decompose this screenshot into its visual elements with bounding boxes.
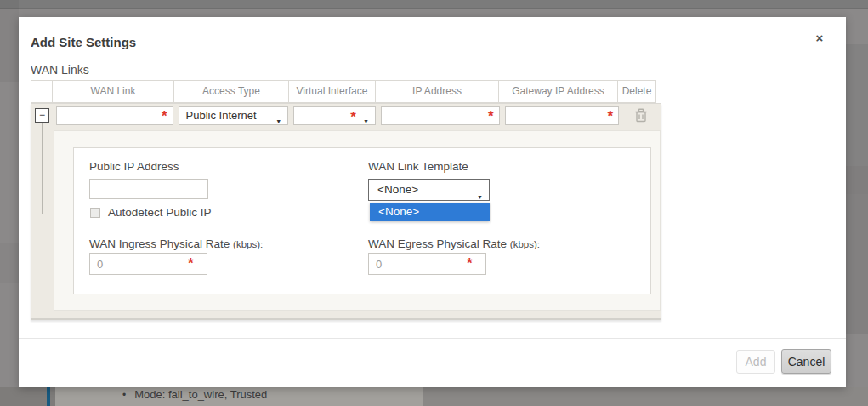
dialog-title: Add Site Settings bbox=[31, 35, 136, 49]
autodetect-public-ip-label: Autodetect Public IP bbox=[108, 206, 212, 219]
access-type-select[interactable]: Public Internet ▼ bbox=[179, 106, 289, 125]
background-overlay-patch bbox=[0, 243, 19, 283]
ingress-unit-text: (kbps): bbox=[233, 239, 263, 249]
add-site-settings-dialog: × Add Site Settings WAN Links WAN Link A… bbox=[19, 17, 846, 387]
wan-egress-rate-input[interactable] bbox=[368, 253, 486, 275]
public-ip-input[interactable] bbox=[89, 179, 208, 199]
tree-connector-line bbox=[42, 123, 43, 214]
background-overlay-patch bbox=[846, 44, 868, 166]
bullet-icon: • bbox=[122, 389, 126, 401]
header-ip-address: IP Address bbox=[375, 80, 499, 103]
wan-link-template-option-none[interactable]: <None> bbox=[370, 203, 490, 221]
cancel-button[interactable]: Cancel bbox=[781, 349, 831, 374]
wan-egress-rate-label: WAN Egress Physical Rate (kbps): bbox=[368, 237, 540, 250]
header-virtual-interface: Virtual Interface bbox=[288, 80, 376, 103]
chevron-down-icon: ▼ bbox=[275, 113, 281, 130]
table-header-row: WAN Link Access Type Virtual Interface I… bbox=[31, 80, 661, 103]
public-ip-label: Public IP Address bbox=[89, 160, 179, 173]
egress-unit-text: (kbps): bbox=[510, 239, 540, 249]
chevron-down-icon: ▼ bbox=[363, 113, 369, 130]
wan-ingress-rate-input[interactable] bbox=[89, 253, 207, 275]
virtual-interface-select[interactable]: * ▼ bbox=[293, 106, 376, 125]
mode-text: Mode: fail_to_wire, Trusted bbox=[134, 388, 267, 401]
background-overlay-patch bbox=[846, 166, 868, 194]
wan-link-template-label: WAN Link Template bbox=[368, 160, 468, 173]
background-overlay-patch bbox=[846, 194, 868, 334]
wan-links-table: WAN Link Access Type Virtual Interface I… bbox=[31, 80, 661, 103]
ingress-label-text: WAN Ingress Physical Rate bbox=[89, 237, 230, 250]
wan-ingress-rate-label: WAN Ingress Physical Rate (kbps): bbox=[89, 237, 263, 250]
tree-connector-line bbox=[42, 214, 54, 214]
required-asterisk-icon: * bbox=[350, 109, 356, 126]
header-delete: Delete bbox=[617, 80, 656, 103]
access-type-value: Public Internet bbox=[186, 109, 257, 122]
wan-link-input[interactable] bbox=[56, 106, 173, 125]
background-mode-text: •Mode: fail_to_wire, Trusted bbox=[122, 387, 267, 404]
footer-divider bbox=[19, 338, 846, 339]
ip-address-input[interactable] bbox=[381, 106, 500, 125]
gateway-ip-input[interactable] bbox=[505, 106, 620, 125]
background-top-bar bbox=[0, 0, 868, 9]
header-access-type: Access Type bbox=[173, 80, 289, 103]
table-row: − * Public Internet ▼ * ▼ bbox=[31, 104, 661, 128]
header-expander bbox=[31, 80, 53, 103]
close-icon[interactable]: × bbox=[812, 31, 827, 46]
collapse-row-button[interactable]: − bbox=[35, 108, 49, 123]
wan-link-row-container: − * Public Internet ▼ * ▼ bbox=[31, 103, 661, 320]
egress-label-text: WAN Egress Physical Rate bbox=[368, 237, 507, 250]
wan-link-template-select[interactable]: <None> ▼ bbox=[368, 179, 490, 201]
background-overlay-patch bbox=[0, 0, 19, 82]
background-overlay-patch bbox=[423, 387, 868, 406]
wan-link-detail-panel: Public IP Address Autodetect Public IP W… bbox=[73, 147, 651, 294]
wan-links-section-label: WAN Links bbox=[31, 63, 89, 77]
trash-icon[interactable] bbox=[635, 108, 648, 126]
autodetect-public-ip-checkbox[interactable] bbox=[90, 208, 100, 218]
wan-link-template-value: <None> bbox=[377, 183, 418, 196]
header-wan-link: WAN Link bbox=[52, 80, 174, 103]
add-button[interactable]: Add bbox=[736, 350, 775, 374]
header-gateway-ip-address: Gateway IP Address bbox=[498, 80, 618, 103]
background-accent-bar bbox=[47, 387, 50, 406]
